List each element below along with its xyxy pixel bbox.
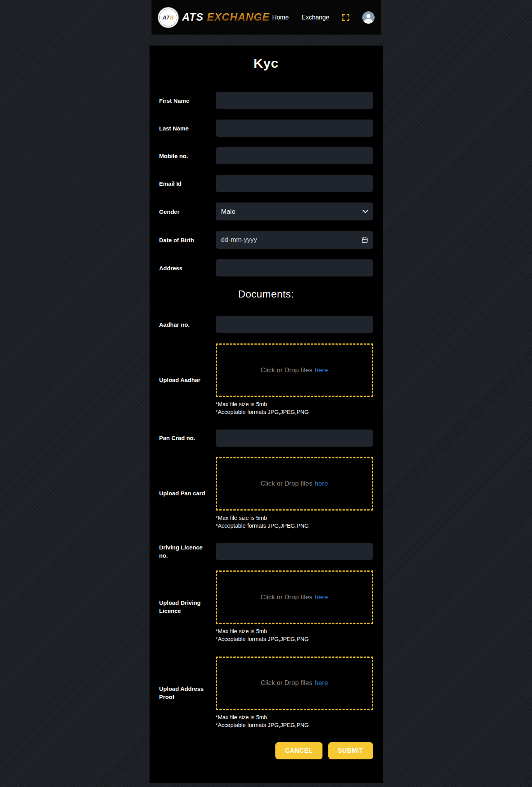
form-row-gender: Gender Male — [159, 202, 373, 220]
page-title: Kyc — [159, 56, 373, 71]
brand-name: ATS — [182, 11, 204, 23]
dropzone-here-link[interactable]: here — [315, 593, 328, 601]
form-actions: CANCEL SUBMIT — [159, 742, 373, 759]
first-name-input[interactable] — [216, 92, 373, 109]
field-label: Last Name — [159, 124, 216, 132]
form-row-mobile: Mobile no. — [159, 147, 373, 164]
field-label: Address — [159, 264, 216, 272]
field-label: Date of Birth — [159, 236, 216, 244]
field-label: Upload Pan card — [159, 489, 216, 497]
note-max-size: *Max file size is 5mb — [216, 400, 373, 408]
note-max-size: *Max file size is 5mb — [216, 713, 373, 721]
dropzone-text: Click or Drop files — [261, 679, 312, 687]
pan-dropzone[interactable]: Click or Drop files here — [216, 457, 373, 511]
field-label: Driving Licence no. — [159, 543, 216, 560]
licence-dropzone[interactable]: Click or Drop files here — [216, 570, 373, 624]
field-label: Upload Driving Licence — [159, 599, 216, 615]
note-formats: *Acceptable formats JPG,JPEG,PNG — [216, 721, 373, 729]
dropzone-text: Click or Drop files — [261, 593, 312, 601]
mobile-input[interactable] — [216, 147, 373, 164]
upload-notes: *Max file size is 5mb *Acceptable format… — [216, 514, 373, 530]
address-input[interactable] — [216, 259, 373, 276]
nav-links: Home Exchange — [272, 11, 375, 24]
aadhar-dropzone[interactable]: Click or Drop files here — [216, 343, 373, 397]
field-label: Pan Crad no. — [159, 434, 216, 442]
form-row-last-name: Last Name — [159, 120, 373, 137]
dropzone-here-link[interactable]: here — [315, 366, 328, 374]
note-formats: *Acceptable formats JPG,JPEG,PNG — [216, 522, 373, 530]
brand-suffix: EXCHANGE — [207, 11, 270, 23]
upload-notes: *Max file size is 5mb *Acceptable format… — [216, 713, 373, 729]
user-avatar-icon[interactable] — [362, 11, 375, 24]
field-label: Upload Aadhar — [159, 376, 216, 384]
dropzone-here-link[interactable]: here — [315, 480, 328, 488]
field-label: First Name — [159, 97, 216, 105]
upload-row-licence: Upload Driving Licence Click or Drop fil… — [159, 570, 373, 643]
dob-input[interactable] — [216, 231, 373, 249]
navbar: ATS ATS EXCHANGE Home Exchange — [151, 0, 381, 35]
field-label: Email Id — [159, 180, 216, 188]
form-row-licence-no: Driving Licence no. — [159, 543, 373, 560]
form-row-first-name: First Name — [159, 92, 373, 109]
upload-row-pan: Upload Pan card Click or Drop files here… — [159, 457, 373, 530]
brand[interactable]: ATS ATS EXCHANGE — [158, 7, 270, 28]
form-row-email: Email Id — [159, 175, 373, 192]
note-max-size: *Max file size is 5mb — [216, 627, 373, 635]
fullscreen-icon[interactable] — [342, 14, 349, 21]
field-label: Mobile no. — [159, 152, 216, 160]
last-name-input[interactable] — [216, 120, 373, 137]
nav-link-home[interactable]: Home — [272, 14, 289, 21]
aadhar-no-input[interactable] — [216, 316, 373, 333]
form-row-address: Address — [159, 259, 373, 276]
upload-notes: *Max file size is 5mb *Acceptable format… — [216, 400, 373, 416]
form-row-dob: Date of Birth — [159, 231, 373, 249]
dropzone-text: Click or Drop files — [261, 366, 312, 374]
logo-monogram: ATS — [162, 14, 174, 21]
nav-link-exchange[interactable]: Exchange — [301, 14, 329, 21]
note-formats: *Acceptable formats JPG,JPEG,PNG — [216, 635, 373, 643]
dropzone-here-link[interactable]: here — [315, 679, 328, 687]
note-max-size: *Max file size is 5mb — [216, 514, 373, 522]
email-input[interactable] — [216, 175, 373, 192]
address-proof-dropzone[interactable]: Click or Drop files here — [216, 657, 373, 710]
documents-heading: Documents: — [159, 288, 373, 300]
upload-row-aadhar: Upload Aadhar Click or Drop files here *… — [159, 343, 373, 416]
pan-no-input[interactable] — [216, 430, 373, 447]
gender-select[interactable]: Male — [216, 202, 373, 220]
note-formats: *Acceptable formats JPG,JPEG,PNG — [216, 408, 373, 416]
upload-row-address-proof: Upload Address Proof Click or Drop files… — [159, 657, 373, 729]
upload-notes: *Max file size is 5mb *Acceptable format… — [216, 627, 373, 643]
dropzone-text: Click or Drop files — [261, 480, 312, 488]
field-label: Gender — [159, 208, 216, 216]
cancel-button[interactable]: CANCEL — [275, 742, 322, 759]
field-label: Upload Address Proof — [159, 685, 216, 701]
form-row-aadhar-no: Aadhar no. — [159, 316, 373, 333]
ats-logo-icon: ATS — [158, 7, 179, 28]
form-row-pan-no: Pan Crad no. — [159, 430, 373, 447]
submit-button[interactable]: SUBMIT — [328, 742, 373, 759]
licence-no-input[interactable] — [216, 543, 373, 560]
kyc-card: Kyc First Name Last Name Mobile no. Emai… — [150, 46, 383, 783]
field-label: Aadhar no. — [159, 320, 216, 329]
